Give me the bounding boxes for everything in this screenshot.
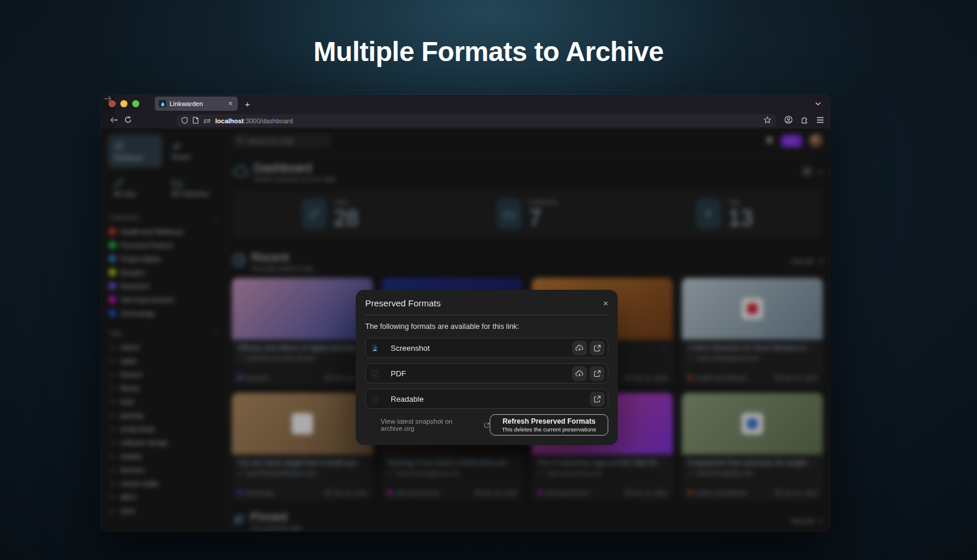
format-label: PDF	[391, 369, 406, 378]
collection-color-dot	[388, 491, 392, 495]
menu-icon[interactable]	[816, 116, 824, 125]
tag-item[interactable]: # advice	[108, 340, 220, 354]
sidebar-item-label: All Collections	[172, 191, 221, 197]
tab-list-chevron-icon[interactable]	[815, 100, 822, 107]
stat-links[interactable]: Links 28	[232, 190, 429, 239]
link-card[interactable]: You are never taught how to build qualit…	[232, 393, 373, 501]
collection-color-dot	[109, 255, 116, 262]
sidebar-item-pinned[interactable]: Pinned	[166, 135, 221, 168]
stats-card: Links 28 Collections 7 # Tags	[232, 190, 823, 239]
collection-color-dot	[109, 283, 116, 289]
link-card-image-badge	[292, 413, 313, 434]
open-external-icon[interactable]	[590, 392, 605, 407]
minimize-window-button[interactable]	[120, 100, 127, 107]
link-card[interactable]: Efficacy and effects of digital technolo…	[232, 278, 373, 386]
tag-item[interactable]: # software design	[108, 436, 220, 449]
refresh-button[interactable]	[121, 116, 135, 125]
more-options-icon[interactable]: ⋯	[810, 459, 817, 466]
view-all-link[interactable]: View All	[791, 517, 813, 524]
link-card-title: Working From Home is Both More and Le...	[388, 459, 507, 467]
tag-name: theories	[120, 466, 145, 473]
page-info-icon[interactable]	[193, 116, 199, 126]
stat-tags[interactable]: # Tags 13	[625, 190, 823, 239]
shield-icon[interactable]	[181, 116, 188, 126]
download-icon[interactable]	[572, 341, 587, 356]
collapse-icon[interactable]	[817, 168, 823, 175]
modal-divider	[365, 315, 608, 315]
link-card-collection: Self Improvement	[545, 489, 589, 496]
format-row-pdf: PDF	[365, 363, 608, 383]
modal-caption: The following formats are available for …	[365, 322, 608, 331]
tag-name: advice	[120, 344, 140, 351]
layout-toggle-icon[interactable]	[803, 167, 811, 177]
connection-toggle-icon[interactable]	[203, 116, 210, 126]
collections-header[interactable]: Collections ⌄	[109, 214, 219, 221]
bookmark-star-icon[interactable]	[764, 116, 771, 126]
collection-item[interactable]: Research	[108, 279, 220, 293]
url-path: :3000/dashboard	[244, 117, 293, 124]
tags-header[interactable]: Tags ⌄	[109, 329, 219, 337]
refresh-preserved-formats-button[interactable]: Refresh Preserved Formats This deletes t…	[490, 414, 608, 436]
tag-name: software design	[120, 439, 168, 446]
new-tab-button[interactable]: +	[245, 99, 250, 109]
more-options-icon[interactable]: ⋯	[510, 459, 517, 466]
url-bar[interactable]: localhost:3000/dashboard	[177, 114, 776, 127]
browser-tab[interactable]: Linkwarden ×	[155, 97, 238, 111]
collection-color-dot	[238, 376, 242, 380]
collection-color-dot	[109, 310, 116, 316]
tag-item[interactable]: # finance	[108, 367, 220, 381]
open-external-icon[interactable]	[590, 366, 605, 381]
maximize-window-button[interactable]	[132, 100, 139, 107]
tag-item[interactable]: # work	[108, 504, 220, 517]
link-card-title: Efficacy and effects of digital technolo…	[238, 344, 357, 352]
more-options-icon[interactable]: ⋯	[810, 344, 817, 351]
toolbar-right	[784, 116, 824, 126]
tab-close-icon[interactable]: ×	[227, 100, 234, 108]
tag-item[interactable]: # theories	[108, 463, 220, 476]
collection-item[interactable]: Self Improvement	[108, 293, 220, 306]
archive-org-link[interactable]: View latest snapshot on archive.org	[381, 418, 490, 432]
tag-item[interactable]: # fitness	[108, 381, 220, 395]
stat-collections[interactable]: Collections 7	[429, 190, 626, 239]
tag-item[interactable]: # WFH	[108, 490, 220, 504]
collection-item[interactable]: Project Alpha	[108, 252, 220, 265]
tag-item[interactable]: # virtual reality	[108, 476, 220, 490]
account-icon[interactable]	[784, 116, 793, 126]
search-input[interactable]: Search for Links	[232, 134, 330, 148]
sidebar-item-all-collections[interactable]: All Collections	[166, 171, 221, 204]
tag-item[interactable]: # apple	[108, 354, 220, 367]
sidebar-item-dashboard[interactable]: Dashboard	[108, 135, 162, 168]
back-button[interactable]	[107, 116, 121, 125]
browser-toolbar: localhost:3000/dashboard	[101, 113, 830, 129]
collection-item[interactable]: Personal Finance	[108, 238, 220, 252]
download-icon[interactable]	[572, 366, 587, 381]
collection-color-dot	[238, 491, 242, 495]
link-card[interactable]: 8 equipment free exercises for sculpting…	[682, 393, 823, 501]
sidebar-item-all-links[interactable]: All Links	[108, 171, 162, 204]
collection-item[interactable]: Health And Wellness	[108, 225, 220, 238]
avatar[interactable]	[809, 134, 823, 148]
tag-item[interactable]: # gaming	[108, 408, 220, 422]
theme-toggle-icon[interactable]	[765, 136, 774, 146]
collection-item[interactable]: Recipes	[108, 265, 220, 279]
collection-color-dot	[109, 296, 116, 303]
open-external-icon[interactable]	[590, 341, 605, 356]
link-card[interactable]: 3 Wrist Stretches for Desk Workers to Do…	[682, 278, 823, 386]
page-subtitle: A brief overview of your data	[254, 175, 336, 183]
more-options-icon[interactable]: ⋯	[660, 344, 667, 351]
tag-item[interactable]: # food	[108, 395, 220, 408]
tag-item[interactable]: # studies	[108, 449, 220, 463]
view-all-link[interactable]: View All	[791, 258, 813, 265]
link-card-title: 8 equipment free exercises for sculpting…	[688, 459, 807, 467]
extensions-icon[interactable]	[800, 116, 809, 126]
link-card-date: Dec 31, 2023	[783, 489, 817, 496]
link-card-collection: Health And Wellness	[695, 489, 747, 496]
tag-item[interactable]: # productivity	[108, 422, 220, 436]
more-options-icon[interactable]: ⋯	[660, 459, 667, 466]
url-text[interactable]: localhost:3000/dashboard	[215, 117, 764, 124]
collection-item[interactable]: Technology	[108, 306, 220, 320]
close-icon[interactable]: ×	[603, 299, 608, 308]
create-new-button[interactable]: +	[781, 135, 802, 148]
close-window-button[interactable]	[108, 100, 116, 107]
more-options-icon[interactable]: ⋯	[360, 459, 367, 466]
